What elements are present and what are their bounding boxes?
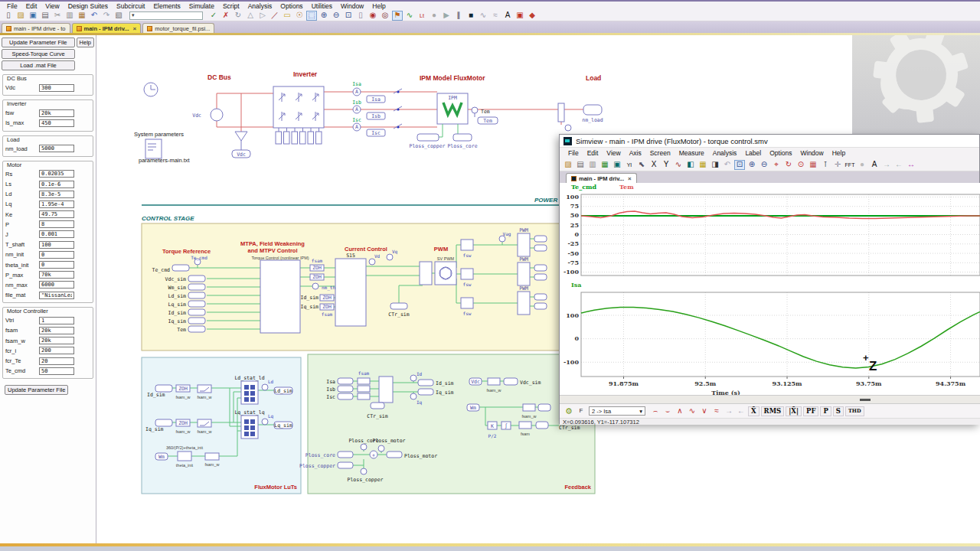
copy-icon[interactable]: ▥ <box>587 160 598 170</box>
open-folder-icon[interactable]: ▨ <box>563 160 573 170</box>
param-input-is_max[interactable] <box>39 119 74 127</box>
schematic-block[interactable] <box>260 260 300 333</box>
menu-elements[interactable]: Elements <box>149 2 184 10</box>
mech-load[interactable] <box>583 105 602 115</box>
param-input-nm_load[interactable] <box>39 145 74 152</box>
menu-window[interactable]: Window <box>337 2 368 10</box>
param-input-ke[interactable] <box>39 210 74 218</box>
probe-icon[interactable] <box>361 444 367 450</box>
prev-icon[interactable]: ← <box>893 160 904 170</box>
schematic-block[interactable] <box>534 236 547 242</box>
menu-axis[interactable]: Axis <box>626 149 645 157</box>
menu-analysis[interactable]: Analysis <box>709 149 741 157</box>
param-input-rs[interactable] <box>39 170 74 178</box>
sim-run-icon[interactable]: ▣ <box>514 11 525 21</box>
menu-design-suites[interactable]: Design Suites <box>64 2 112 10</box>
schematic-block[interactable] <box>538 404 550 411</box>
curve-a-icon[interactable]: ∿ <box>478 11 488 21</box>
schematic-block[interactable] <box>518 233 530 256</box>
schematic-block[interactable] <box>338 393 353 399</box>
menu-label[interactable]: Label <box>741 149 765 157</box>
probe-icon[interactable] <box>262 419 268 425</box>
schematic-block[interactable] <box>338 452 353 458</box>
param-input-fcr_i[interactable] <box>39 347 74 354</box>
dc-voltage-source[interactable] <box>211 109 223 121</box>
param-input-fsam_w[interactable] <box>39 337 74 344</box>
arrow-right-icon[interactable]: → <box>724 406 734 416</box>
select-icon[interactable]: ⬚ <box>306 11 317 21</box>
param-input-fsw[interactable] <box>39 109 74 117</box>
pin-icon[interactable]: ⊺ <box>820 160 831 170</box>
cross-icon[interactable]: ✗ <box>220 11 231 21</box>
help-button[interactable]: Help <box>77 37 94 47</box>
wave-icon[interactable]: ∿ <box>404 11 415 21</box>
tem-probe[interactable] <box>472 107 478 113</box>
schematic-block[interactable] <box>390 303 407 309</box>
stat-button-x[interactable]: X̄ <box>748 406 760 416</box>
simview-titlebar[interactable]: Simview - main - IPM drive (FluxMotor) -… <box>560 135 979 148</box>
fft-icon[interactable]: FFT <box>844 160 855 170</box>
schematic-block[interactable] <box>379 377 393 403</box>
param-input-te_cmd[interactable] <box>39 367 74 375</box>
quad-screen-icon[interactable]: ▦ <box>697 160 708 170</box>
menu-screen[interactable]: Screen <box>646 149 675 157</box>
schematic-block[interactable] <box>461 298 473 308</box>
probe-icon[interactable] <box>262 384 268 390</box>
param-input-vdc[interactable] <box>39 84 74 92</box>
probe-icon[interactable] <box>387 254 393 260</box>
ploss-core-box[interactable] <box>453 134 472 141</box>
paste-icon[interactable]: ▦ <box>77 11 87 21</box>
paste-special-icon[interactable]: ▧ <box>113 11 124 21</box>
flip-h-icon[interactable]: ▷ <box>257 11 268 21</box>
measure-target-icon[interactable]: ⌖ <box>771 160 782 170</box>
yi-icon[interactable]: YI <box>624 160 635 170</box>
speed-sensor[interactable] <box>565 125 571 131</box>
stat-button-x[interactable]: |X̄| <box>786 406 802 416</box>
schematic-block[interactable] <box>461 269 473 279</box>
document-tab[interactable]: motor_torque_fil.psi... <box>142 23 214 33</box>
stat-button-rms[interactable]: RMS <box>761 406 785 416</box>
mix-screen-icon[interactable]: ◨ <box>710 160 720 170</box>
span-icon[interactable]: ↔ <box>906 160 916 170</box>
stop-icon[interactable]: ● <box>429 11 439 21</box>
y-axis-icon[interactable]: Y <box>661 160 671 170</box>
load-coupling[interactable] <box>558 103 564 122</box>
probe-icon[interactable] <box>361 468 367 474</box>
zoom-in-icon[interactable]: ⊕ <box>318 11 329 21</box>
update-parameter-file-bottom-button[interactable]: Update Parameter File <box>5 385 68 395</box>
schematic-block[interactable] <box>188 301 205 307</box>
schematic-block[interactable] <box>461 240 473 250</box>
zoom-out-icon[interactable]: ⊖ <box>331 11 341 21</box>
probe-icon[interactable] <box>378 445 384 452</box>
param-input-lq[interactable] <box>39 201 74 208</box>
schematic-block[interactable] <box>534 245 547 251</box>
param-input-file_mat[interactable] <box>39 292 74 299</box>
schematic-block[interactable] <box>172 265 189 271</box>
gear-icon[interactable]: ⚙ <box>564 406 574 416</box>
param-input-t_shaft[interactable] <box>39 241 74 249</box>
plot-hscrollbar[interactable] <box>560 395 980 403</box>
simview-tab-close[interactable]: × <box>628 175 632 182</box>
probe-icon[interactable]: ◉ <box>368 11 378 21</box>
update-parameter-file-button[interactable]: Update Parameter File <box>2 37 75 47</box>
param-input-p[interactable] <box>39 220 74 228</box>
lt-icon[interactable]: Lt <box>416 11 427 21</box>
schematic-block[interactable] <box>188 276 205 282</box>
schematic-block[interactable] <box>188 326 205 332</box>
check-icon[interactable]: ✓ <box>208 11 219 21</box>
next-peak-icon[interactable]: ∿ <box>687 406 697 416</box>
global-min-icon[interactable]: ∨ <box>699 406 710 416</box>
stat-button-pf[interactable]: PF <box>803 406 818 416</box>
pointer-icon[interactable]: ⬉ <box>636 160 647 170</box>
menu-file[interactable]: File <box>564 149 583 157</box>
label-icon[interactable]: ▭ <box>282 11 292 21</box>
menu-simulate[interactable]: Simulate <box>185 2 218 10</box>
speed-torque-curve-button[interactable]: Speed-Torque Curve <box>2 49 75 59</box>
probe-icon[interactable] <box>410 375 416 381</box>
schematic-block[interactable] <box>335 259 366 326</box>
text-icon[interactable]: A <box>869 160 880 170</box>
param-input-ld[interactable] <box>39 191 74 198</box>
schematic-block[interactable] <box>358 393 370 399</box>
flip-v-icon[interactable]: △ <box>245 11 256 21</box>
stat-button-thd[interactable]: THD <box>845 406 864 416</box>
